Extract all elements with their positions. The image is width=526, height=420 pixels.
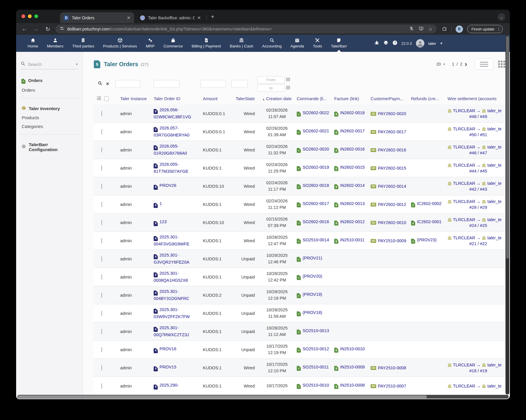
taler-order-link[interactable]: 2025.290- [160,383,179,387]
filter-state-input[interactable] [231,80,248,88]
taler-order-link[interactable]: 2025.301-03W9VZFFZK7FW [154,307,190,319]
forward-button[interactable]: → [33,26,40,32]
wire-from-account[interactable]: TLRCLEAR [453,127,475,131]
payment-link[interactable]: PAY2602-0016 [378,148,406,152]
payment-link[interactable]: PAY2602-0014 [378,184,406,189]
taler-order-link[interactable]: 2025.301-004F3VG9G9WFE [154,235,189,246]
row-checkbox[interactable] [101,293,102,298]
site-settings-icon[interactable] [60,26,64,32]
column-header-label[interactable]: TalerState [236,96,255,101]
taler-order-link[interactable]: PROV16 [160,346,176,351]
topmenu-item-accounting[interactable]: Accounting [258,35,286,52]
close-tab-icon[interactable]: ✕ [197,16,201,20]
topmenu-item-commerce[interactable]: Commerce [159,35,187,52]
column-header-3[interactable]: Amount [201,96,231,101]
column-selector-icon[interactable] [97,96,101,101]
commande-link[interactable]: (PROV18) [303,310,322,315]
topmenu-item-banks-cash[interactable]: Banks | Cash [225,35,258,52]
topmenu-item-mrp[interactable]: MRP [141,35,159,52]
filter-orderid-input[interactable] [154,80,179,88]
commande-link[interactable]: SO2602-0019 [303,165,329,170]
address-bar[interactable]: dolibarr.potuzhnyi.com/custom/talerbarr/… [55,25,437,33]
row-checkbox[interactable] [101,165,102,171]
wire-to-account[interactable]: taler_te [487,235,501,240]
wire-from-account[interactable]: TLRCLEAR [453,235,475,240]
mic-blocked-icon[interactable] [409,26,414,32]
grid-view-button[interactable] [498,61,505,68]
new-tab-button[interactable]: + [211,13,214,20]
topmenu-item-billing-payment[interactable]: Billing | Payment [187,35,225,52]
column-header-7[interactable]: Facture (link) [334,96,371,101]
browser-tab-active[interactable]: D Taler Orders ✕ [60,12,134,23]
next-page-button[interactable]: › [465,61,467,68]
wire-from-account[interactable]: TLRCLEAR [453,363,475,367]
sidebar-item-orders[interactable]: Orders [22,88,77,93]
list-view-button[interactable] [475,59,493,70]
bookmark-star-icon[interactable]: ☆ [428,26,432,32]
row-checkbox[interactable] [101,311,102,316]
column-header-8[interactable]: CustomerPaym... [371,96,411,101]
finish-update-button[interactable]: Finish update ⋮ [467,25,503,33]
facture-link[interactable]: IN2510-0010 [340,346,365,351]
facture-link[interactable]: IN2510-0011 [340,238,364,242]
row-checkbox[interactable] [101,238,102,243]
commande-link[interactable]: SO2602-0018 [303,183,329,188]
commande-link[interactable]: SO2602-0020 [303,147,329,151]
close-window-button[interactable] [21,14,25,18]
refund-link[interactable]: IC2602-0002 [417,201,442,206]
horizontal-scrollbar[interactable] [17,395,509,399]
topmenu-item-members[interactable]: Members [43,35,68,52]
commande-link[interactable]: SO2510-0012 [303,346,329,351]
filter-date-from-input[interactable] [257,76,285,83]
row-checkbox[interactable] [101,274,102,280]
debug-bug-icon[interactable] [374,40,379,47]
user-menu[interactable]: taler [428,41,436,46]
column-header-4[interactable]: TalerState [231,96,257,101]
row-checkbox[interactable] [101,202,102,207]
wire-from-account[interactable]: TLRCLEAR [453,108,475,113]
facture-link[interactable]: IN2510-0009 [340,365,365,369]
wire-to-account[interactable]: taler_te [487,181,501,186]
column-header-1[interactable]: Taler Instance [116,96,154,101]
topmenu-item-home[interactable]: Home [23,35,43,52]
row-checkbox[interactable] [101,220,102,225]
row-checkbox[interactable] [101,129,102,134]
facture-link[interactable]: IN2602-0018 [340,110,365,115]
facture-link[interactable]: IN2602-0012 [340,219,365,224]
wire-from-account[interactable]: TLRCLEAR [453,217,475,222]
row-checkbox[interactable] [101,147,102,153]
profile-avatar[interactable]: B [456,25,463,33]
refund-link[interactable]: (PROV23) [417,238,437,242]
facture-link[interactable]: IN2602-0016 [340,147,365,151]
wire-to-account[interactable]: taler_te [487,363,501,367]
search-input[interactable] [28,62,73,67]
column-header-6[interactable]: Commande (li... [297,96,334,101]
taler-order-link[interactable]: 2025.301-0008QA1HG52X8 [154,271,188,283]
column-header-5[interactable]: ▲Creation date [257,96,297,101]
wire-to-account[interactable]: taler_te [487,127,501,131]
wire-to-account[interactable]: taler_te [487,145,501,149]
topmenu-item-talerbarr[interactable]: TalerBarr [327,35,352,52]
row-checkbox[interactable] [101,184,102,189]
taler-order-link[interactable]: 2025.301-00Q7RWXC2TZ3J [154,325,189,337]
wire-from-account[interactable]: TLRCLEAR [453,181,475,186]
topmenu-item-tools[interactable]: Tools [308,35,327,52]
facture-link[interactable]: IN2510-0008 [340,383,365,387]
payment-link[interactable]: PAY2602-0015 [378,166,406,170]
select-all-checkbox[interactable] [104,96,109,101]
maximize-window-button[interactable] [34,14,38,18]
filter-amount-input[interactable] [201,80,226,88]
column-header-10[interactable]: Wire settlement (accounts [447,96,509,101]
taler-order-link[interactable]: 2026.056-02W8CWC3BF1VG [154,107,191,119]
facture-link[interactable]: IN2602-0017 [340,129,365,133]
print-icon[interactable] [383,40,388,47]
taler-order-link[interactable]: 2025.301-004BY31DGNFRC [154,289,189,301]
wire-to-account[interactable]: taler_te [487,217,501,222]
payment-link[interactable]: PAY2510-0009 [378,238,406,243]
facture-link[interactable]: IN2602-0014 [340,183,365,188]
column-header-9[interactable]: Refunds (cre... [411,96,447,101]
filter-instance-input[interactable] [116,80,140,88]
extensions-puzzle-icon[interactable] [442,26,447,32]
calendar-icon[interactable] [286,77,290,82]
row-checkbox[interactable] [101,329,102,334]
